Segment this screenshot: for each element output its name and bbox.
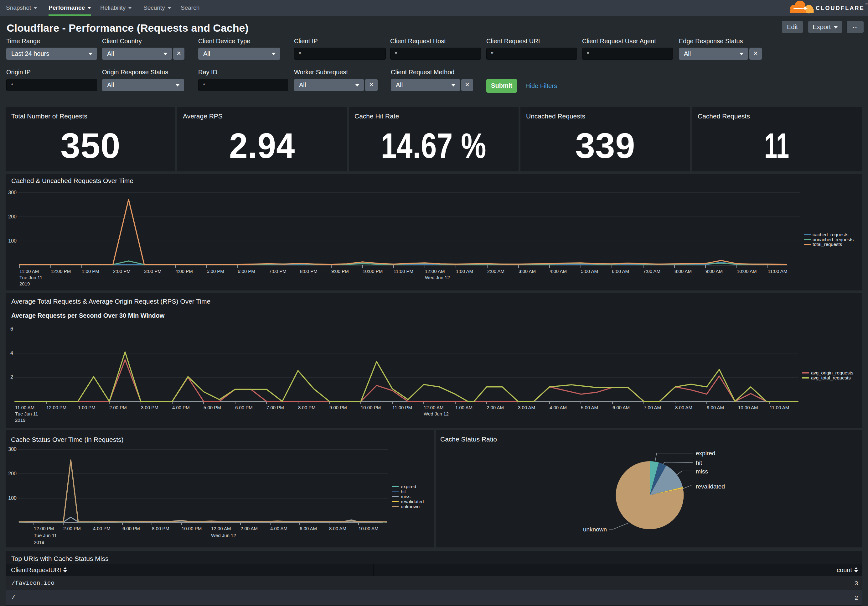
svg-text:100: 100 xyxy=(8,496,17,501)
svg-text:revalidated: revalidated xyxy=(696,483,725,490)
svg-text:cached_requests: cached_requests xyxy=(812,232,848,237)
svg-text:6: 6 xyxy=(10,326,13,331)
svg-text:Tue Jun 11: Tue Jun 11 xyxy=(34,533,57,538)
svg-text:5:00 AM: 5:00 AM xyxy=(581,405,598,410)
svg-text:Tue Jun 11: Tue Jun 11 xyxy=(19,275,42,280)
svg-text:2019: 2019 xyxy=(15,417,25,423)
svg-text:9:00 AM: 9:00 AM xyxy=(707,405,724,410)
svg-text:3:00 PM: 3:00 PM xyxy=(144,269,161,274)
svg-text:8:00 PM: 8:00 PM xyxy=(152,526,169,531)
svg-text:Cache Status Over Time (in Req: Cache Status Over Time (in Requests) xyxy=(11,436,123,443)
svg-text:100: 100 xyxy=(8,238,17,244)
svg-text:total_requests: total_requests xyxy=(812,242,842,247)
svg-text:Wed Jun 12: Wed Jun 12 xyxy=(425,275,450,280)
svg-text:4:00 PM: 4:00 PM xyxy=(172,405,190,410)
svg-text:revalidated: revalidated xyxy=(401,499,424,504)
svg-text:10:00 PM: 10:00 PM xyxy=(361,405,381,410)
svg-text:8:00 AM: 8:00 AM xyxy=(675,405,692,410)
svg-text:12:00 PM: 12:00 PM xyxy=(51,269,71,274)
svg-text:2019: 2019 xyxy=(34,539,44,545)
svg-text:CLOUDFLARE: CLOUDFLARE xyxy=(816,5,865,11)
svg-text:7:00 PM: 7:00 PM xyxy=(269,269,287,274)
svg-text:6:00 AM: 6:00 AM xyxy=(300,526,317,531)
svg-text:6:00 AM: 6:00 AM xyxy=(612,405,630,410)
svg-text:12:00 AM: 12:00 AM xyxy=(424,405,443,410)
svg-text:10:00 PM: 10:00 PM xyxy=(181,526,202,531)
svg-text:200: 200 xyxy=(8,214,17,219)
svg-text:2:00 PM: 2:00 PM xyxy=(113,269,130,274)
svg-text:2:00 AM: 2:00 AM xyxy=(487,405,504,410)
svg-text:11:00 AM: 11:00 AM xyxy=(15,405,34,410)
svg-text:3:00 PM: 3:00 PM xyxy=(141,405,158,410)
svg-text:8:00 AM: 8:00 AM xyxy=(674,269,692,274)
svg-text:hit: hit xyxy=(696,459,702,466)
svg-text:7:00 AM: 7:00 AM xyxy=(643,269,660,274)
svg-text:10:00 PM: 10:00 PM xyxy=(363,269,383,274)
svg-text:2:00 AM: 2:00 AM xyxy=(240,526,258,531)
svg-text:Average Total Requests & Avera: Average Total Requests & Average Origin … xyxy=(11,298,211,305)
svg-text:2:00 AM: 2:00 AM xyxy=(487,269,504,274)
svg-text:Wed Jun 12: Wed Jun 12 xyxy=(211,533,236,538)
svg-text:1:00 AM: 1:00 AM xyxy=(455,405,473,410)
svg-text:4:00 PM: 4:00 PM xyxy=(175,269,193,274)
svg-text:2: 2 xyxy=(10,374,13,380)
svg-text:4:00 AM: 4:00 AM xyxy=(270,526,287,531)
svg-text:expired: expired xyxy=(696,450,715,457)
svg-text:8:00 AM: 8:00 AM xyxy=(329,526,346,531)
svg-text:4:00 PM: 4:00 PM xyxy=(93,526,110,531)
svg-text:4:00 AM: 4:00 AM xyxy=(550,269,567,274)
svg-text:expired: expired xyxy=(401,484,416,489)
svg-text:2:00 PM: 2:00 PM xyxy=(109,405,127,410)
svg-text:6:00 PM: 6:00 PM xyxy=(238,269,255,274)
svg-text:2:00 PM: 2:00 PM xyxy=(63,526,81,531)
svg-text:300: 300 xyxy=(8,446,17,452)
svg-text:®: ® xyxy=(865,3,868,6)
svg-text:miss: miss xyxy=(696,468,708,475)
svg-text:Wed Jun 12: Wed Jun 12 xyxy=(424,411,449,416)
svg-text:miss: miss xyxy=(401,494,411,499)
svg-text:10:00 AM: 10:00 AM xyxy=(358,526,378,531)
svg-text:11:00 AM: 11:00 AM xyxy=(768,269,787,274)
svg-text:300: 300 xyxy=(8,190,17,195)
svg-text:6:00 PM: 6:00 PM xyxy=(122,526,140,531)
svg-text:12:00 AM: 12:00 AM xyxy=(211,526,231,531)
svg-text:5:00 PM: 5:00 PM xyxy=(203,405,221,410)
svg-text:3:00 AM: 3:00 AM xyxy=(519,269,536,274)
svg-text:11:00 PM: 11:00 PM xyxy=(392,405,412,410)
svg-text:3:00 AM: 3:00 AM xyxy=(518,405,535,410)
svg-text:unknown: unknown xyxy=(401,504,420,509)
svg-text:12:00 PM: 12:00 PM xyxy=(46,405,67,410)
svg-text:5:00 AM: 5:00 AM xyxy=(581,269,598,274)
svg-text:Average Requests per Second Ov: Average Requests per Second Over 30 Min … xyxy=(11,312,165,319)
svg-text:5:00 PM: 5:00 PM xyxy=(207,269,224,274)
svg-text:8:00 PM: 8:00 PM xyxy=(300,269,318,274)
svg-text:Cache Status Ratio: Cache Status Ratio xyxy=(440,435,497,443)
svg-text:Cached & Uncached Requests Ove: Cached & Uncached Requests Over Time xyxy=(11,177,133,184)
svg-text:9:00 PM: 9:00 PM xyxy=(329,405,347,410)
svg-text:9:00 AM: 9:00 AM xyxy=(705,269,723,274)
svg-text:12:00 PM: 12:00 PM xyxy=(34,526,54,531)
svg-text:10:00 AM: 10:00 AM xyxy=(738,405,758,410)
svg-text:4:00 AM: 4:00 AM xyxy=(550,405,567,410)
svg-text:6:00 AM: 6:00 AM xyxy=(612,269,629,274)
svg-text:9:00 PM: 9:00 PM xyxy=(331,269,349,274)
svg-text:2019: 2019 xyxy=(19,281,30,286)
svg-text:11:00 AM: 11:00 AM xyxy=(770,405,789,410)
svg-text:10:00 AM: 10:00 AM xyxy=(737,269,756,274)
svg-text:1:00 PM: 1:00 PM xyxy=(78,405,96,410)
svg-text:avg_origin_requests: avg_origin_requests xyxy=(811,370,853,375)
svg-text:1:00 PM: 1:00 PM xyxy=(82,269,99,274)
svg-text:1:00 AM: 1:00 AM xyxy=(456,269,473,274)
svg-text:4: 4 xyxy=(10,350,13,356)
svg-text:200: 200 xyxy=(8,471,17,476)
svg-text:11:00 PM: 11:00 PM xyxy=(394,269,413,274)
svg-text:hit: hit xyxy=(401,489,406,494)
svg-text:avg_total_requests: avg_total_requests xyxy=(811,375,851,381)
svg-text:8:00 PM: 8:00 PM xyxy=(298,405,316,410)
svg-text:7:00 PM: 7:00 PM xyxy=(267,405,284,410)
svg-text:6:00 PM: 6:00 PM xyxy=(235,405,253,410)
svg-text:11:00 AM: 11:00 AM xyxy=(19,269,39,274)
svg-text:Tue Jun 11: Tue Jun 11 xyxy=(15,411,38,416)
svg-text:unknown: unknown xyxy=(583,526,607,533)
svg-text:12:00 AM: 12:00 AM xyxy=(425,269,445,274)
